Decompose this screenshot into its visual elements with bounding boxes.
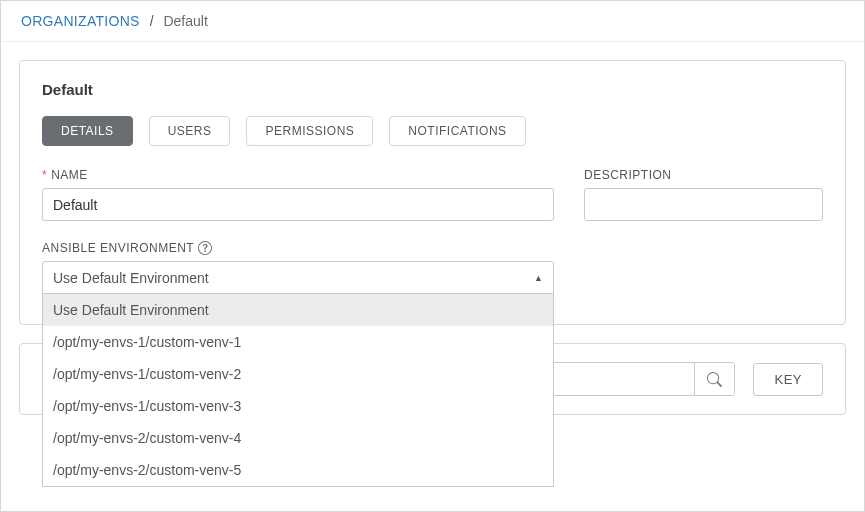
env-option[interactable]: /opt/my-envs-2/custom-venv-5 xyxy=(43,454,553,486)
env-option[interactable]: Use Default Environment xyxy=(43,294,553,326)
tab-notifications[interactable]: NOTIFICATIONS xyxy=(389,116,525,146)
breadcrumb-current: Default xyxy=(163,13,207,29)
description-label: DESCRIPTION xyxy=(584,168,823,182)
env-option[interactable]: /opt/my-envs-1/custom-venv-3 xyxy=(43,390,553,422)
page-title: Default xyxy=(42,81,823,98)
breadcrumb-root-link[interactable]: ORGANIZATIONS xyxy=(21,13,140,29)
description-input[interactable] xyxy=(584,188,823,221)
name-group: * NAME xyxy=(42,168,554,221)
tab-users[interactable]: USERS xyxy=(149,116,231,146)
env-option[interactable]: /opt/my-envs-1/custom-venv-2 xyxy=(43,358,553,390)
description-label-text: DESCRIPTION xyxy=(584,168,672,182)
env-option[interactable]: /opt/my-envs-1/custom-venv-1 xyxy=(43,326,553,358)
env-group: ANSIBLE ENVIRONMENT Use Default Environm… xyxy=(42,241,554,294)
name-label: * NAME xyxy=(42,168,554,182)
required-marker: * xyxy=(42,168,47,182)
name-input[interactable] xyxy=(42,188,554,221)
name-label-text: NAME xyxy=(51,168,88,182)
form-row-1: * NAME DESCRIPTION xyxy=(42,168,823,221)
help-icon[interactable] xyxy=(198,241,212,255)
env-selected-value: Use Default Environment xyxy=(53,270,209,286)
key-button[interactable]: KEY xyxy=(753,363,823,396)
content-area: Default DETAILS USERS PERMISSIONS NOTIFI… xyxy=(1,41,864,415)
env-option[interactable]: /opt/my-envs-2/custom-venv-4 xyxy=(43,422,553,454)
caret-up-icon: ▲ xyxy=(534,273,543,283)
tab-permissions[interactable]: PERMISSIONS xyxy=(246,116,373,146)
tab-list: DETAILS USERS PERMISSIONS NOTIFICATIONS xyxy=(42,116,823,146)
description-group: DESCRIPTION xyxy=(584,168,823,221)
env-label-text: ANSIBLE ENVIRONMENT xyxy=(42,241,194,255)
env-label: ANSIBLE ENVIRONMENT xyxy=(42,241,554,255)
tab-details[interactable]: DETAILS xyxy=(42,116,133,146)
breadcrumb-separator: / xyxy=(150,13,154,29)
breadcrumb: ORGANIZATIONS / Default xyxy=(1,1,864,42)
organization-panel: Default DETAILS USERS PERMISSIONS NOTIFI… xyxy=(19,60,846,325)
search-icon xyxy=(707,372,722,387)
env-dropdown-menu: Use Default Environment /opt/my-envs-1/c… xyxy=(42,294,554,487)
env-dropdown: Use Default Environment ▲ Use Default En… xyxy=(42,261,554,294)
search-button[interactable] xyxy=(694,363,734,395)
env-dropdown-toggle[interactable]: Use Default Environment ▲ xyxy=(42,261,554,294)
